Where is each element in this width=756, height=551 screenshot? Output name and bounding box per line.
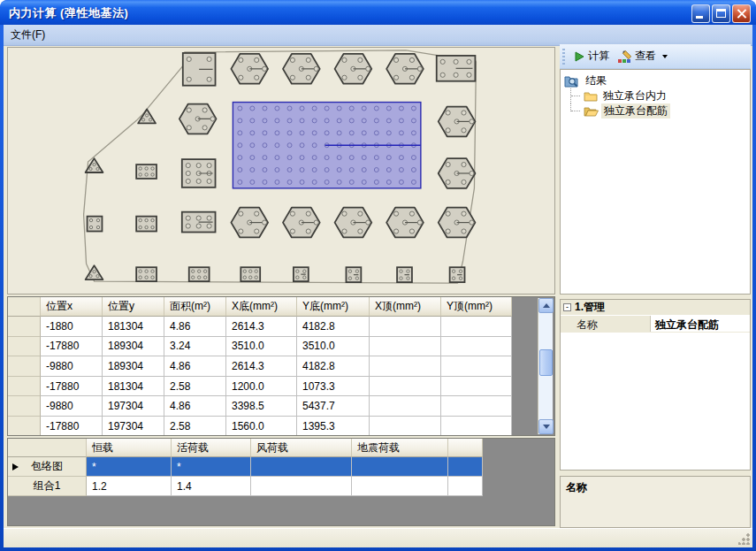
- grid-cell[interactable]: 4.86: [164, 356, 226, 377]
- grid-cell[interactable]: -17880: [41, 337, 103, 357]
- property-indent: [561, 316, 573, 332]
- grid-cell[interactable]: [370, 417, 441, 436]
- grid-cell[interactable]: 1395.3: [297, 417, 370, 436]
- row-header[interactable]: [8, 396, 41, 417]
- grid-cell[interactable]: -9880: [41, 396, 103, 417]
- grid-cell[interactable]: [441, 377, 512, 397]
- tree-item-root[interactable]: 结果: [561, 73, 750, 88]
- combo-cell[interactable]: [448, 477, 483, 496]
- grid-cell[interactable]: -1880: [41, 317, 103, 337]
- toolbar-grip[interactable]: [562, 49, 565, 65]
- run-icon: [574, 51, 584, 62]
- row-header[interactable]: [8, 337, 41, 357]
- grid-cell[interactable]: 4.86: [164, 396, 226, 417]
- scroll-thumb[interactable]: [539, 349, 553, 376]
- column-header[interactable]: 地震荷载: [352, 439, 448, 457]
- combo-cell[interactable]: [251, 457, 352, 477]
- combo-cell[interactable]: *: [172, 457, 251, 477]
- combo-cell[interactable]: [352, 477, 448, 496]
- combo-cell[interactable]: *: [87, 457, 172, 477]
- grid-cell[interactable]: [370, 396, 441, 417]
- app-window: 内力计算 (弹性地基法) 文件(F) 位置x位置y面积(m²)X底(mm²)Y底…: [0, 0, 756, 551]
- combo-row-header[interactable]: 包络图: [8, 457, 87, 477]
- view-button[interactable]: 查看: [614, 46, 672, 66]
- column-header[interactable]: X底(mm²): [226, 297, 297, 317]
- grid-cell[interactable]: 181304: [103, 317, 164, 337]
- grid-cell[interactable]: 2614.3: [226, 317, 297, 337]
- grid-cell[interactable]: 2614.3: [226, 356, 297, 377]
- scroll-down-button[interactable]: [538, 419, 554, 434]
- column-header[interactable]: 恒载: [87, 439, 172, 457]
- grid-cell[interactable]: [441, 337, 512, 357]
- column-header[interactable]: 位置x: [41, 297, 103, 317]
- grid-cell[interactable]: 3510.0: [297, 337, 370, 357]
- tree-item-label: 独立承台内力: [600, 88, 669, 103]
- grid-cell[interactable]: [441, 356, 512, 377]
- property-value[interactable]: 独立承台配筋: [651, 316, 750, 332]
- grid-cell[interactable]: [441, 396, 512, 417]
- result-grid-header-row: 位置x位置y面积(m²)X底(mm²)Y底(mm²)X顶(mm²)Y顶(mm²): [8, 297, 554, 317]
- grid-cell[interactable]: -17880: [41, 377, 103, 397]
- grid-cell[interactable]: 189304: [103, 356, 164, 377]
- site-plan-canvas[interactable]: [7, 47, 555, 295]
- grid-cell[interactable]: -9880: [41, 356, 103, 377]
- grid-cell[interactable]: [370, 356, 441, 377]
- grid-cell[interactable]: 5437.7: [297, 396, 370, 417]
- combo-cell[interactable]: 1.2: [87, 477, 172, 496]
- property-category[interactable]: - 1.管理: [561, 300, 750, 316]
- combo-cell[interactable]: [352, 457, 448, 477]
- grid-cell[interactable]: 2.58: [164, 377, 226, 397]
- grid-cell[interactable]: 1073.3: [297, 377, 370, 397]
- resize-grip[interactable]: [738, 533, 750, 545]
- column-header[interactable]: 风荷载: [251, 439, 352, 457]
- column-header[interactable]: Y顶(mm²): [441, 297, 512, 317]
- grid-cell[interactable]: [370, 317, 441, 337]
- grid-cell[interactable]: 1560.0: [226, 417, 297, 436]
- column-header[interactable]: 位置y: [103, 297, 164, 317]
- column-header[interactable]: 面积(m²): [164, 297, 226, 317]
- grid-cell[interactable]: 3398.5: [226, 396, 297, 417]
- tree-item[interactable]: 独立承台内力: [561, 88, 750, 103]
- grid-cell[interactable]: 189304: [103, 337, 164, 357]
- grid-cell[interactable]: 3.24: [164, 337, 226, 357]
- grid-cell[interactable]: 197304: [103, 417, 164, 436]
- column-header[interactable]: 活荷载: [172, 439, 251, 457]
- grid-cell[interactable]: 197304: [103, 396, 164, 417]
- grid-cell[interactable]: 3510.0: [226, 337, 297, 357]
- grid-cell[interactable]: 2.58: [164, 417, 226, 436]
- row-header[interactable]: [8, 317, 41, 337]
- grid-cell[interactable]: -17880: [41, 417, 103, 436]
- title-bar[interactable]: 内力计算 (弹性地基法): [0, 0, 756, 25]
- collapse-icon[interactable]: -: [563, 303, 571, 311]
- grid-cell[interactable]: 181304: [103, 377, 164, 397]
- column-header[interactable]: Y底(mm²): [297, 297, 370, 317]
- close-button[interactable]: [732, 4, 751, 23]
- grid-cell[interactable]: [370, 337, 441, 357]
- grid-cell[interactable]: 1200.0: [226, 377, 297, 397]
- result-grid-scrollbar[interactable]: [538, 298, 553, 434]
- row-header[interactable]: [8, 356, 41, 377]
- tree-item[interactable]: 独立承台配筋: [561, 103, 750, 119]
- minimize-button[interactable]: [691, 4, 710, 23]
- grid-cell[interactable]: [441, 317, 512, 337]
- tree-connector: [570, 88, 581, 103]
- description-panel: 名称: [560, 476, 751, 528]
- grid-cell[interactable]: 4182.8: [297, 317, 370, 337]
- column-header[interactable]: X顶(mm²): [370, 297, 441, 317]
- grid-cell[interactable]: [441, 417, 512, 436]
- scroll-up-button[interactable]: [538, 298, 554, 313]
- row-header[interactable]: [8, 417, 41, 436]
- combo-cell[interactable]: 1.4: [172, 477, 251, 496]
- combo-cell[interactable]: [448, 457, 483, 477]
- row-header[interactable]: [8, 377, 41, 397]
- grid-cell[interactable]: 4.86: [164, 317, 226, 337]
- grid-cell[interactable]: 4182.8: [297, 356, 370, 377]
- property-row-name[interactable]: 名称 独立承台配筋: [561, 316, 750, 333]
- calculate-button[interactable]: 计算: [569, 46, 614, 66]
- combo-row-header[interactable]: 组合1: [8, 477, 87, 496]
- combo-cell[interactable]: [251, 477, 352, 496]
- maximize-button[interactable]: [712, 4, 730, 23]
- menu-file[interactable]: 文件(F): [4, 25, 52, 45]
- grid-cell[interactable]: [370, 377, 441, 397]
- property-category-label: 1.管理: [575, 300, 605, 315]
